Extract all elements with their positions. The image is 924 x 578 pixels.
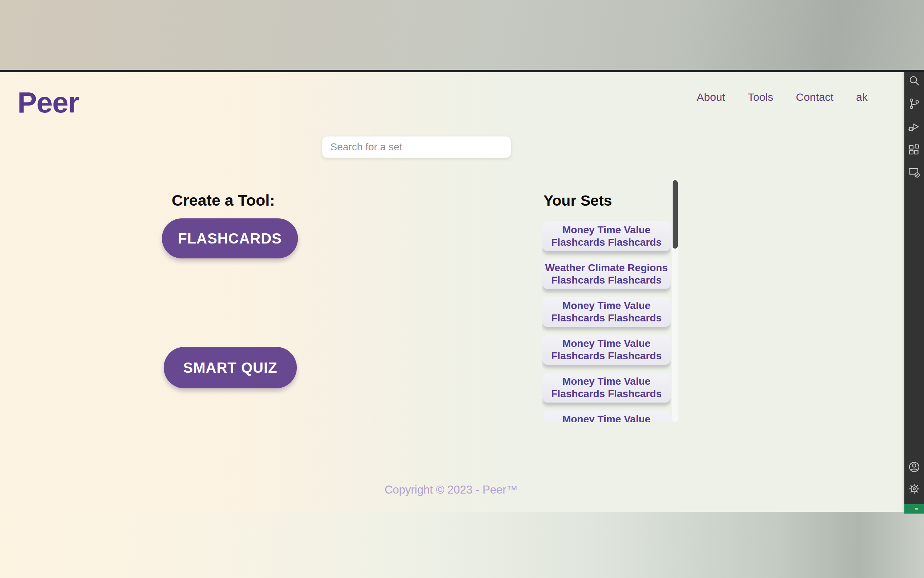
- nav-link[interactable]: ak: [856, 91, 867, 103]
- run-debug-icon[interactable]: [908, 120, 921, 133]
- set-list-item[interactable]: Money Time Value Flashcards Flashcards: [542, 411, 671, 422]
- your-sets-heading: Your Sets: [544, 192, 612, 209]
- create-tool-heading: Create a Tool:: [172, 192, 275, 209]
- status-indicator: [915, 508, 918, 510]
- page-edge-strip: [902, 72, 905, 512]
- top-nav: AboutToolsContactak: [697, 91, 867, 103]
- screen: Peer AboutToolsContactak Create a Tool: …: [0, 0, 924, 578]
- peer-webpage: Peer AboutToolsContactak Create a Tool: …: [0, 72, 902, 512]
- settings-gear-icon[interactable]: [908, 482, 921, 495]
- nav-link[interactable]: Contact: [796, 91, 833, 103]
- search-bar: [322, 136, 511, 158]
- flashcards-button[interactable]: FLASHCARDS: [162, 218, 298, 258]
- extensions-icon[interactable]: [908, 143, 921, 156]
- set-list-item[interactable]: Weather Climate Regions Flashcards Flash…: [542, 259, 671, 289]
- set-list-item[interactable]: Money Time Value Flashcards Flashcards: [542, 221, 671, 251]
- remote-status-strip: [905, 504, 924, 513]
- activity-bar: [905, 72, 924, 504]
- sets-scrollbar[interactable]: [672, 179, 678, 422]
- set-list-item[interactable]: Money Time Value Flashcards Flashcards: [542, 335, 671, 365]
- preview-icon[interactable]: [908, 166, 921, 179]
- source-control-icon[interactable]: [908, 97, 921, 110]
- set-list-item[interactable]: Money Time Value Flashcards Flashcards: [542, 373, 671, 403]
- search-icon[interactable]: [908, 74, 921, 88]
- top-letterbox-band: [0, 0, 924, 70]
- bottom-letterbox-band: [0, 512, 924, 578]
- smart-quiz-button[interactable]: SMART QUIZ: [164, 347, 297, 388]
- sets-scrollbar-thumb[interactable]: [673, 180, 678, 248]
- search-input[interactable]: [322, 136, 511, 158]
- your-sets-list: Money Time Value Flashcards Flashcards W…: [542, 221, 671, 422]
- activity-bar-bottom: [908, 460, 921, 504]
- copyright-text: Copyright © 2023 - Peer™: [0, 483, 902, 497]
- peer-logo[interactable]: Peer: [18, 86, 79, 119]
- account-icon[interactable]: [908, 460, 921, 474]
- nav-link[interactable]: About: [697, 91, 725, 103]
- nav-link[interactable]: Tools: [748, 91, 774, 103]
- set-list-item[interactable]: Money Time Value Flashcards Flashcards: [542, 297, 671, 327]
